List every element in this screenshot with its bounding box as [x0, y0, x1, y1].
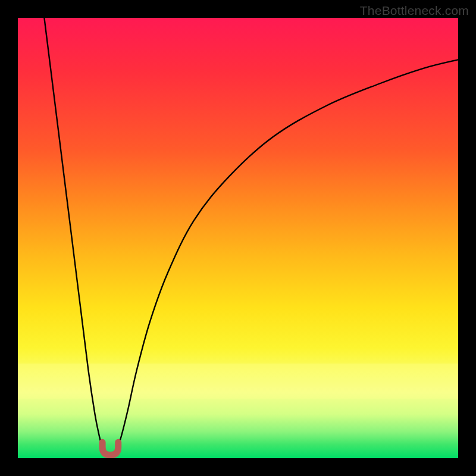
watermark-text: TheBottleneck.com [360, 4, 469, 18]
right-branch-curve [117, 60, 458, 448]
left-branch-curve [44, 18, 102, 448]
plot-area [18, 18, 458, 458]
chart-stage: TheBottleneck.com [0, 0, 476, 476]
curve-layer [18, 18, 458, 458]
minimum-marker-icon [102, 442, 118, 455]
